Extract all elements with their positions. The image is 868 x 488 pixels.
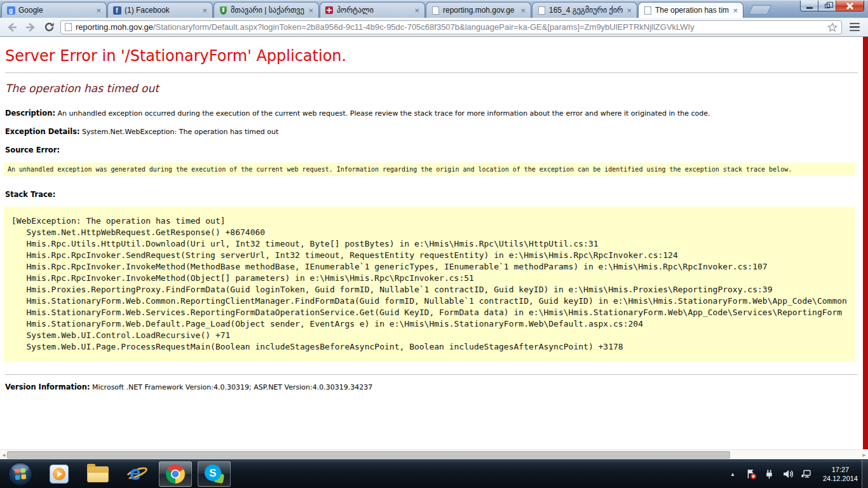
tab-title: მთავარი | საქართვე — [231, 6, 304, 15]
power-plug-icon[interactable] — [764, 468, 775, 480]
description-text: An unhandled exception occurred during t… — [55, 109, 710, 118]
start-button[interactable] — [4, 461, 37, 487]
action-center-flag-icon[interactable] — [745, 468, 757, 480]
restore-icon — [825, 4, 830, 8]
tab-title: The operation has tim — [655, 6, 729, 15]
description-label: Description: — [5, 109, 55, 118]
tab-portali[interactable]: პორტალი × — [320, 2, 425, 18]
google-favicon: g — [6, 6, 15, 15]
emblem-favicon — [325, 6, 334, 15]
forward-icon — [25, 22, 36, 32]
chrome-icon — [165, 464, 186, 484]
tab-close-icon[interactable]: × — [520, 6, 526, 15]
svg-text:S: S — [209, 467, 216, 479]
tab-close-icon[interactable]: × — [414, 6, 420, 15]
tab-operation-timed-out-active[interactable]: The operation has tim × — [638, 2, 743, 18]
tab-close-icon[interactable]: × — [95, 6, 102, 15]
source-error-row: Source Error: — [5, 146, 858, 154]
scrollbar-thumb[interactable] — [7, 451, 730, 459]
address-bar[interactable]: reporting.moh.gov.ge/Stationaryform/Defa… — [60, 20, 842, 34]
network-icon[interactable] — [801, 468, 812, 480]
error-page-subtitle: The operation has timed out — [5, 82, 858, 95]
clock-date: 24.12.2014 — [823, 474, 858, 483]
source-error-label: Source Error: — [5, 146, 60, 154]
skype-icon: S — [203, 463, 225, 485]
browser-toolbar: reporting.moh.gov.ge/Stationaryform/Defa… — [0, 18, 868, 37]
taskbar-internet-explorer[interactable]: e — [120, 461, 153, 487]
stack-line: System.Web.UI.Page.ProcessRequestMain(Bo… — [11, 341, 850, 353]
tab-title: 165_4 გეგმიური ქირუ — [549, 6, 623, 15]
error-page-title: Server Error in '/StationaryForm' Applic… — [5, 47, 858, 65]
new-tab-button[interactable] — [749, 5, 772, 15]
show-desktop-button[interactable] — [862, 460, 868, 488]
page-favicon — [643, 6, 652, 15]
back-icon — [6, 22, 18, 32]
volume-icon[interactable] — [782, 468, 794, 480]
tab-title: (1) Facebook — [125, 6, 198, 15]
reload-icon — [44, 22, 55, 32]
stack-line: Hmis.StationaryForm.Web.Services.Reporti… — [11, 307, 850, 318]
taskbar-media-player[interactable] — [43, 461, 76, 487]
page-icon — [65, 23, 72, 31]
show-hidden-icons-button[interactable]: ▲ — [727, 468, 738, 480]
minimize-icon — [806, 7, 813, 9]
bookmark-star-icon[interactable] — [827, 22, 837, 32]
close-button[interactable] — [836, 1, 864, 11]
error-page: Server Error in '/StationaryForm' Applic… — [0, 37, 868, 449]
tab-title: პორტალი — [337, 6, 410, 15]
facebook-favicon: f — [112, 6, 121, 15]
tab-close-icon[interactable]: × — [201, 6, 208, 15]
back-button[interactable] — [5, 20, 19, 34]
tab-title: reporting.moh.gov.ge — [443, 6, 517, 15]
tab-165-4[interactable]: 165_4 გეგმიური ქირუ × — [532, 2, 637, 18]
tabs-container: g Google × f (1) Facebook × მთავარი | სა… — [1, 2, 770, 18]
exception-details-text: System.Net.WebException: The operation h… — [80, 128, 279, 136]
scroll-right-arrow[interactable]: ► — [860, 450, 868, 460]
taskbar-explorer[interactable] — [81, 461, 114, 487]
red-vertical-edge-bar — [863, 37, 868, 449]
url-path: /Stationaryform/Default.aspx?loginToken=… — [153, 22, 695, 32]
tab-close-icon[interactable]: × — [308, 6, 314, 15]
stack-line: Hmis.Rpc.RpcInvoker.SendRequest(String s… — [11, 250, 850, 261]
stack-line: [WebException: The operation has timed o… — [11, 215, 850, 227]
tab-google[interactable]: g Google × — [1, 2, 107, 18]
taskbar-skype[interactable]: S — [198, 461, 231, 487]
stack-line: Hmis.Rpc.RpcInvoker.InvokeMethod(Object[… — [11, 273, 850, 284]
stack-line: System.Net.HttpWebRequest.GetResponse() … — [11, 227, 850, 238]
windows-start-orb-icon — [8, 461, 33, 487]
stack-line: Hmis.Proxies.ReportingProxy.FindFormData… — [11, 284, 850, 295]
horizontal-scrollbar[interactable]: ◄ ► — [0, 449, 868, 459]
internet-explorer-icon: e — [125, 463, 148, 485]
taskbar-clock[interactable]: 17:27 24.12.2014 — [823, 465, 858, 483]
tab-mtavari[interactable]: მთავარი | საქართვე × — [214, 2, 319, 18]
system-tray: ▲ — [727, 460, 858, 488]
stack-line: Hmis.StationaryForm.Web.Common.Reporting… — [11, 295, 850, 307]
tab-facebook[interactable]: f (1) Facebook × — [107, 2, 213, 18]
shield-favicon — [219, 6, 227, 15]
version-row: Version Information: Microsoft .NET Fram… — [5, 383, 858, 391]
screen: g Google × f (1) Facebook × მთავარი | სა… — [0, 0, 868, 488]
stack-trace-box: [WebException: The operation has timed o… — [4, 207, 855, 362]
taskbar-chrome-active[interactable] — [159, 461, 192, 487]
version-label: Version Information: — [5, 383, 90, 391]
exception-details-label: Exception Details: — [5, 127, 80, 136]
url-text: reporting.moh.gov.ge/Stationaryform/Defa… — [76, 22, 824, 32]
folder-icon — [87, 466, 109, 482]
chrome-menu-button[interactable] — [846, 20, 863, 34]
page-favicon — [537, 6, 546, 15]
page-favicon — [431, 6, 440, 15]
tab-close-icon[interactable]: × — [732, 6, 738, 15]
tab-close-icon[interactable]: × — [626, 6, 632, 15]
url-host: reporting.moh.gov.ge — [76, 22, 153, 32]
close-icon — [846, 3, 853, 10]
stack-line: Hmis.StationaryForm.Web.Default.Page_Loa… — [11, 318, 850, 330]
divider — [5, 374, 858, 375]
forward-button[interactable] — [24, 20, 37, 34]
reload-button[interactable] — [42, 20, 56, 34]
restore-button[interactable] — [818, 1, 836, 11]
divider — [5, 72, 858, 73]
window-controls — [800, 1, 864, 11]
minimize-button[interactable] — [800, 1, 818, 11]
tab-reporting[interactable]: reporting.moh.gov.ge × — [426, 2, 531, 18]
tab-title: Google — [18, 6, 92, 15]
